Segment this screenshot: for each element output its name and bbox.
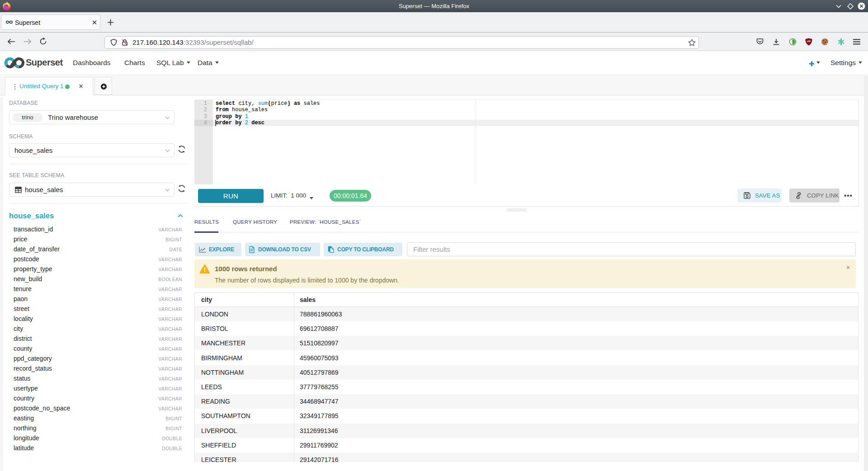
svg-text:uO: uO bbox=[807, 40, 811, 42]
